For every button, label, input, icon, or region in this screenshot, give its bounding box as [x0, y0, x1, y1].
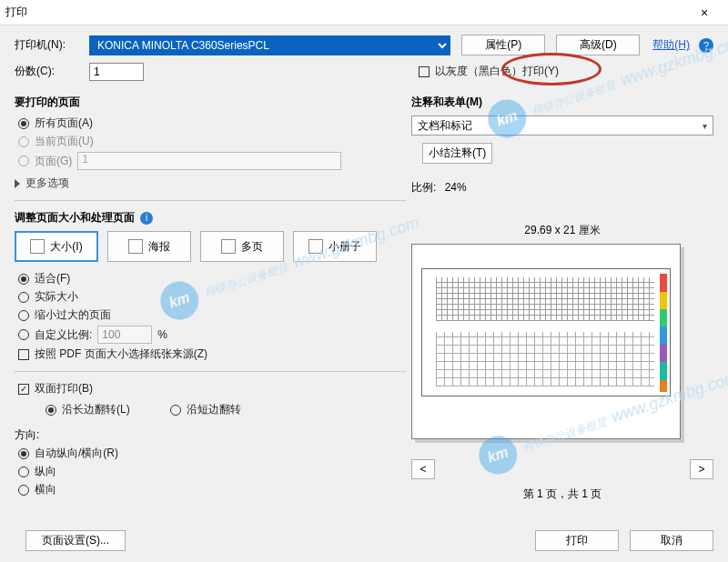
radio-custom[interactable]: 自定义比例: 100%: [18, 326, 406, 344]
printer-label: 打印机(N):: [15, 37, 89, 53]
help-link[interactable]: 帮助(H): [652, 37, 690, 53]
dialog-content: 打印机(N): KONICA MINOLTA C360SeriesPCL 属性(…: [0, 25, 728, 562]
radio-all-pages[interactable]: 所有页面(A): [18, 115, 406, 131]
copies-stepper[interactable]: 1: [89, 63, 144, 81]
radio-flip-short[interactable]: 沿短边翻转: [170, 402, 241, 417]
page-indicator: 第 1 页，共 1 页: [411, 487, 713, 502]
more-options-toggle[interactable]: 更多选项: [15, 176, 406, 191]
copies-label: 份数(C):: [15, 64, 89, 79]
radio-flip-long[interactable]: 沿长边翻转(L): [46, 402, 130, 417]
comments-select[interactable]: 文档和标记 ▾: [411, 115, 713, 135]
pages-group-title: 要打印的页面: [15, 95, 406, 110]
print-button[interactable]: 打印: [535, 530, 619, 551]
orientation-label: 方向:: [15, 427, 406, 443]
size-icon: [30, 239, 45, 254]
right-column: 注释和表单(M) 文档和标记 ▾ 小结注释(T) 比例: 24% 29.69 x…: [406, 87, 713, 502]
page-setup-button[interactable]: 页面设置(S)...: [25, 530, 126, 551]
checkbox-icon: [419, 66, 430, 77]
tab-size[interactable]: 大小(I): [15, 231, 98, 262]
check-icon: ✓: [18, 384, 29, 395]
close-icon[interactable]: ×: [686, 5, 723, 20]
left-column: 要打印的页面 所有页面(A) 当前页面(U) 页面(G) 1 更多选项 调整页面…: [15, 87, 406, 502]
tab-booklet[interactable]: 小册子: [293, 231, 377, 262]
summarize-comments-button[interactable]: 小结注释(T): [422, 143, 492, 164]
tab-multi[interactable]: 多页: [200, 231, 284, 262]
scale-label: 比例:: [411, 181, 436, 194]
radio-fit[interactable]: 适合(F): [18, 271, 406, 286]
pages-input: 1: [77, 152, 341, 170]
duplex-checkbox[interactable]: ✓双面打印(B): [18, 381, 406, 396]
chevron-right-icon: [15, 179, 20, 188]
info-icon[interactable]: i: [140, 212, 153, 225]
sizing-group-title: 调整页面大小和处理页面: [15, 210, 135, 226]
tab-poster[interactable]: 海报: [107, 231, 191, 262]
window-title: 打印: [5, 5, 686, 20]
grayscale-label: 以灰度（黑白色）打印(Y): [435, 64, 559, 79]
next-page-button[interactable]: >: [690, 459, 713, 479]
grayscale-checkbox[interactable]: 以灰度（黑白色）打印(Y): [419, 64, 559, 79]
sizing-tabs: 大小(I) 海报 多页 小册子: [15, 231, 406, 262]
poster-icon: [128, 239, 143, 254]
help-icon[interactable]: ?: [699, 38, 713, 53]
radio-landscape[interactable]: 横向: [18, 482, 406, 497]
titlebar: 打印 ×: [0, 0, 728, 25]
preview-legend: [660, 274, 667, 392]
radio-shrink[interactable]: 缩小过大的页面: [18, 307, 406, 323]
dialog-footer: 页面设置(S)... 打印 取消: [15, 530, 713, 551]
cancel-button[interactable]: 取消: [630, 530, 713, 551]
multi-icon: [221, 239, 236, 254]
printer-select[interactable]: KONICA MINOLTA C360SeriesPCL: [89, 35, 450, 55]
pdf-source-checkbox[interactable]: 按照 PDF 页面大小选择纸张来源(Z): [18, 346, 406, 362]
comments-value: 文档和标记: [418, 118, 472, 134]
advanced-button[interactable]: 高级(D): [556, 35, 640, 55]
comments-title: 注释和表单(M): [411, 95, 713, 110]
properties-button[interactable]: 属性(P): [461, 35, 545, 55]
custom-scale-input: 100: [97, 326, 152, 344]
chevron-down-icon: ▾: [703, 121, 707, 131]
radio-portrait[interactable]: 纵向: [18, 464, 406, 479]
booklet-icon: [308, 239, 323, 254]
preview-dimensions: 29.69 x 21 厘米: [411, 223, 713, 238]
radio-current-page[interactable]: 当前页面(U): [18, 134, 406, 149]
prev-page-button[interactable]: <: [411, 459, 435, 479]
scale-value: 24%: [445, 181, 467, 194]
printer-row: 打印机(N): KONICA MINOLTA C360SeriesPCL 属性(…: [15, 35, 713, 55]
radio-auto-orient[interactable]: 自动纵向/横向(R): [18, 446, 406, 461]
print-preview: [411, 244, 681, 439]
radio-actual[interactable]: 实际大小: [18, 289, 406, 305]
copies-row: 份数(C): 1 以灰度（黑白色）打印(Y): [15, 61, 713, 82]
radio-pages[interactable]: 页面(G) 1: [18, 152, 406, 170]
